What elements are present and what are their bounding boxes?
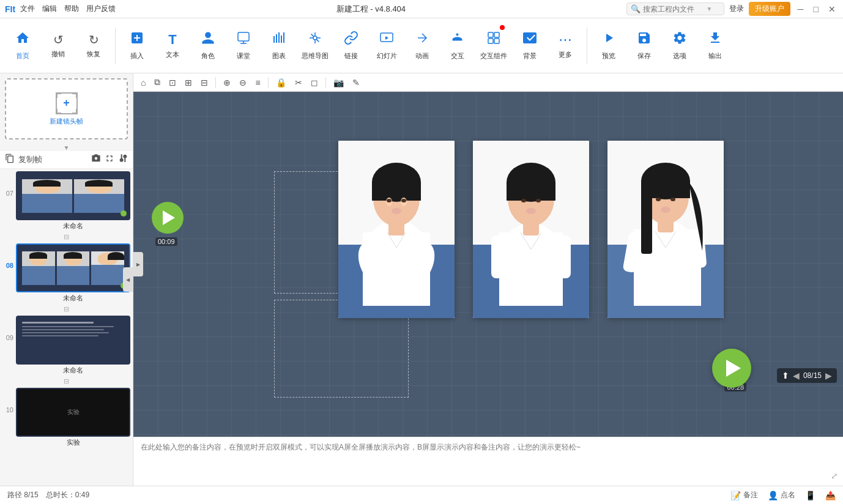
photo-person-3 [607, 141, 724, 318]
toolbar-anim-label: 动画 [415, 51, 429, 61]
toolbar-more[interactable]: ⋯ 更多 [549, 21, 582, 70]
page-nav-next[interactable]: ▶ [825, 371, 832, 380]
toolbar-save[interactable]: 保存 [628, 21, 661, 70]
slide-thumb-08[interactable] [16, 243, 130, 292]
point-button[interactable]: 👤 点名 [768, 490, 795, 500]
svg-line-6 [311, 34, 314, 37]
photo-card-1[interactable] [338, 141, 455, 318]
slide-thumb-09[interactable] [16, 316, 130, 365]
upload-button[interactable]: 📤 [825, 491, 836, 500]
menu-file[interactable]: 文件 [20, 4, 35, 14]
note-button[interactable]: 📝 备注 [730, 490, 758, 500]
toolbar-interact-label: 交互 [451, 51, 464, 61]
slide-thumb-10[interactable]: 实验 [16, 388, 130, 437]
slide-item-07: 07 [2, 171, 130, 242]
toolbar-preview-label: 预览 [602, 51, 615, 61]
toolbar-link-label: 链接 [344, 51, 358, 61]
search-box[interactable]: 🔍 ▼ [626, 2, 724, 15]
toolbar-interact-comp[interactable]: 交互组件 [477, 21, 511, 70]
ct-align-icon[interactable]: ≡ [253, 76, 262, 89]
toolbar-home[interactable]: 首页 [6, 21, 39, 70]
toolbar-option[interactable]: 选项 [663, 21, 696, 70]
export-icon [708, 31, 722, 49]
search-dropdown-icon[interactable]: ▼ [707, 6, 713, 12]
search-input[interactable] [643, 5, 704, 13]
close-button[interactable]: ✕ [826, 4, 838, 14]
thumb-images-07 [17, 172, 129, 219]
ct-edit-icon[interactable]: ✎ [350, 76, 362, 89]
notes-expand-icon[interactable]: ⤢ [831, 471, 838, 481]
svg-rect-33 [499, 232, 563, 306]
toolbar-link[interactable]: 链接 [335, 21, 368, 70]
toolbar-undo[interactable]: ↺ 撤销 [42, 21, 75, 70]
toolbar-class-label: 课堂 [237, 51, 250, 61]
play-button-bottomright[interactable] [712, 349, 751, 388]
photo-card-2[interactable] [473, 141, 589, 318]
new-frame-button[interactable]: + 新建镜头帧 [5, 78, 128, 139]
toolbar-preview[interactable]: 预览 [592, 21, 625, 70]
slide-wrapper-09[interactable]: 未命名 [16, 316, 130, 376]
login-button[interactable]: 登录 [729, 4, 744, 14]
minimize-button[interactable]: ─ [795, 4, 806, 14]
ct-shape-icon[interactable]: ◻ [308, 76, 321, 89]
camera-icon[interactable] [91, 154, 101, 166]
ct-lock-icon[interactable]: 🔒 [273, 76, 289, 89]
slide-wrapper-08[interactable]: 未命名 [16, 243, 130, 304]
toolbar-interact[interactable]: 交互 [441, 21, 474, 70]
upgrade-button[interactable]: 升级账户 [749, 2, 790, 16]
notes-textarea[interactable] [141, 442, 836, 481]
expand-icon[interactable] [105, 154, 114, 166]
slide-wrapper-10[interactable]: 实验 实验 [16, 388, 130, 448]
menu-feedback[interactable]: 用户反馈 [86, 4, 116, 14]
copy-frame-button[interactable] [5, 154, 15, 166]
right-collapse-button[interactable]: ▶ [133, 252, 143, 276]
slide-wrapper-07[interactable]: 未命名 [16, 171, 130, 232]
toolbar-role[interactable]: 角色 [191, 21, 225, 70]
maximize-button[interactable]: □ [811, 4, 821, 14]
ct-camera-icon[interactable]: 📷 [331, 76, 346, 89]
copy-frame-label[interactable]: 复制帧 [18, 154, 42, 165]
toolbar-slide[interactable]: 幻灯片 [370, 21, 403, 70]
toolbar-class[interactable]: 课堂 [227, 21, 260, 70]
page-nav-upload-icon[interactable]: ⬆ [782, 371, 789, 380]
total-time: 总时长：0:49 [46, 490, 89, 500]
person-svg-1 [338, 141, 455, 318]
photo-card-3[interactable] [607, 141, 724, 318]
toolbar-insert[interactable]: 插入 [121, 21, 154, 70]
wave-icon[interactable] [118, 154, 128, 166]
toolbar-mindmap[interactable]: 思维导图 [298, 21, 332, 70]
ct-zoomout-icon[interactable]: ⊖ [237, 76, 249, 89]
svg-point-56 [670, 198, 675, 201]
scroll-down-arrow[interactable]: ▼ [0, 144, 133, 151]
status-right: 📝 备注 👤 点名 📱 📤 [730, 490, 836, 500]
slide-item-10: 10 实验 实验 [2, 388, 130, 448]
slide-sep-08: ⊟ [2, 304, 130, 314]
page-nav: ⬆ ◀ 08/15 ▶ [777, 368, 837, 383]
ct-ungroup-icon[interactable]: ⊟ [198, 76, 210, 89]
page-nav-prev[interactable]: ◀ [793, 371, 800, 380]
svg-point-26 [392, 208, 401, 214]
toolbar-export[interactable]: 输出 [699, 21, 732, 70]
ct-zoomin-icon[interactable]: ⊕ [221, 76, 233, 89]
menu-help[interactable]: 帮助 [64, 4, 79, 14]
ct-group-icon[interactable]: ⊞ [182, 76, 195, 89]
toolbar-redo[interactable]: ↻ 恢复 [77, 21, 110, 70]
play-button-topleft[interactable] [152, 202, 184, 234]
toolbar-anim[interactable]: 动画 [406, 21, 439, 70]
ct-layer-icon[interactable]: ⊡ [166, 76, 179, 89]
svg-point-40 [521, 199, 526, 202]
toolbar-chart[interactable]: 图表 [262, 21, 295, 70]
screen-button[interactable]: 📱 [805, 491, 815, 500]
toolbar-text[interactable]: T 文本 [156, 21, 189, 70]
collapse-panel-button[interactable]: ◀ [123, 267, 133, 292]
thumb-images-08 [17, 245, 129, 291]
slide-thumb-07[interactable] [16, 171, 130, 220]
slide-num-07: 07 [2, 171, 16, 197]
toolbar-bg[interactable]: 背景 [513, 21, 546, 70]
photo-person-2 [473, 141, 589, 318]
ct-crop-icon[interactable]: ✂ [292, 76, 305, 89]
ct-home-icon[interactable]: ⌂ [138, 76, 148, 89]
home-icon [15, 31, 30, 49]
ct-copy-icon[interactable]: ⧉ [152, 76, 163, 89]
menu-edit[interactable]: 编辑 [42, 4, 57, 14]
